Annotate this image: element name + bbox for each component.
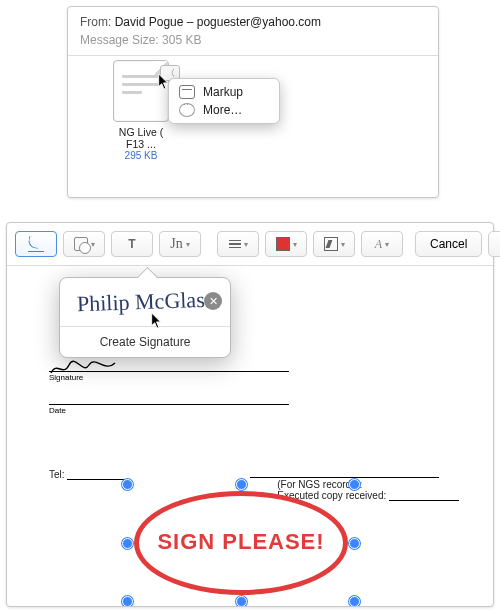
from-label: From: <box>80 15 111 29</box>
executed-line <box>389 500 459 501</box>
chevron-down-icon: ▾ <box>385 240 389 249</box>
document-page: Philip McGlass ✕ Create Signature Signat… <box>31 279 469 606</box>
document-viewport[interactable]: Philip McGlass ✕ Create Signature Signat… <box>7 265 493 606</box>
font-style-icon: A <box>375 237 382 252</box>
delete-signature-button[interactable]: ✕ <box>204 292 222 310</box>
signature-popover: Philip McGlass ✕ Create Signature <box>59 277 231 358</box>
tool-shapes[interactable]: ▾ <box>63 231 105 257</box>
markup-window: ▾ T Jn▾ ▾ ▾ ▾ A▾ Cancel Done Philip McGl… <box>6 222 494 607</box>
mail-header: From: David Pogue – poguester@yahoo.com … <box>68 7 438 51</box>
tool-stroke-color[interactable]: ▾ <box>265 231 307 257</box>
tel-field: Tel: <box>49 469 127 480</box>
records-divider <box>250 477 439 478</box>
resize-handle[interactable] <box>349 479 360 490</box>
annotation-text[interactable]: SIGN PLEASE! <box>126 529 356 555</box>
menu-label: Markup <box>203 85 243 99</box>
chevron-down-icon: ▾ <box>244 240 248 249</box>
tel-line <box>67 479 127 480</box>
mail-body[interactable]: 〈 NG Live ( F13 ... 295 KB Markup More… <box>68 56 438 196</box>
markup-icon <box>179 85 195 99</box>
tel-label: Tel: <box>49 469 65 480</box>
signature-line <box>49 371 289 372</box>
menu-item-markup[interactable]: Markup <box>169 83 279 101</box>
size-value: 305 KB <box>162 33 201 47</box>
message-size: Message Size: 305 KB <box>80 33 426 47</box>
from-row: From: David Pogue – poguester@yahoo.com <box>80 15 426 29</box>
cancel-button[interactable]: Cancel <box>415 231 482 257</box>
tool-line-style[interactable]: ▾ <box>217 231 259 257</box>
resize-handle[interactable] <box>122 596 133 606</box>
existing-signature-scribble <box>49 359 119 377</box>
resize-handle[interactable] <box>349 596 360 606</box>
oval-annotation[interactable]: SIGN PLEASE! <box>126 483 356 603</box>
fill-icon <box>324 237 338 251</box>
signature-preview[interactable]: Philip McGlass ✕ <box>60 278 230 327</box>
pen-icon <box>28 237 44 252</box>
create-signature-button[interactable]: Create Signature <box>60 327 230 357</box>
chevron-down-icon: ▾ <box>91 240 95 249</box>
date-line <box>49 404 289 405</box>
date-label: Date <box>49 406 289 415</box>
signature-icon: Jn <box>170 240 182 248</box>
signature-name: Philip McGlass <box>76 287 213 318</box>
mail-compose-panel: From: David Pogue – poguester@yahoo.com … <box>67 6 439 198</box>
menu-label: More… <box>203 103 242 117</box>
resize-handle[interactable] <box>122 479 133 490</box>
attachment-size: 295 KB <box>86 150 196 161</box>
tool-text-style[interactable]: A▾ <box>361 231 403 257</box>
size-label: Message Size: <box>80 33 159 47</box>
attachment-name: NG Live ( F13 ... <box>86 126 196 150</box>
cursor-icon <box>158 74 170 90</box>
attachment-thumbnail[interactable]: 〈 <box>113 60 169 122</box>
more-icon <box>179 103 195 117</box>
cursor-icon <box>151 313 163 329</box>
resize-handle[interactable] <box>349 538 360 549</box>
tool-text[interactable]: T <box>111 231 153 257</box>
from-value: David Pogue – poguester@yahoo.com <box>115 15 321 29</box>
resize-handle[interactable] <box>236 479 247 490</box>
tool-sign[interactable]: Jn▾ <box>159 231 201 257</box>
resize-handle[interactable] <box>236 596 247 606</box>
attachment-context-menu: Markup More… <box>168 78 280 124</box>
tool-fill-style[interactable]: ▾ <box>313 231 355 257</box>
resize-handle[interactable] <box>122 538 133 549</box>
markup-toolbar: ▾ T Jn▾ ▾ ▾ ▾ A▾ Cancel Done <box>7 223 493 266</box>
chevron-down-icon: ▾ <box>186 240 190 249</box>
menu-item-more[interactable]: More… <box>169 101 279 119</box>
done-button[interactable]: Done <box>488 231 500 257</box>
chevron-down-icon: ▾ <box>293 240 297 249</box>
chevron-down-icon: ▾ <box>341 240 345 249</box>
color-swatch-icon <box>276 237 290 251</box>
text-icon: T <box>128 237 135 251</box>
line-style-icon <box>229 240 241 249</box>
signature-field-block: Signature Date <box>49 349 289 415</box>
tool-sketch[interactable] <box>15 231 57 257</box>
shapes-icon <box>74 237 88 251</box>
